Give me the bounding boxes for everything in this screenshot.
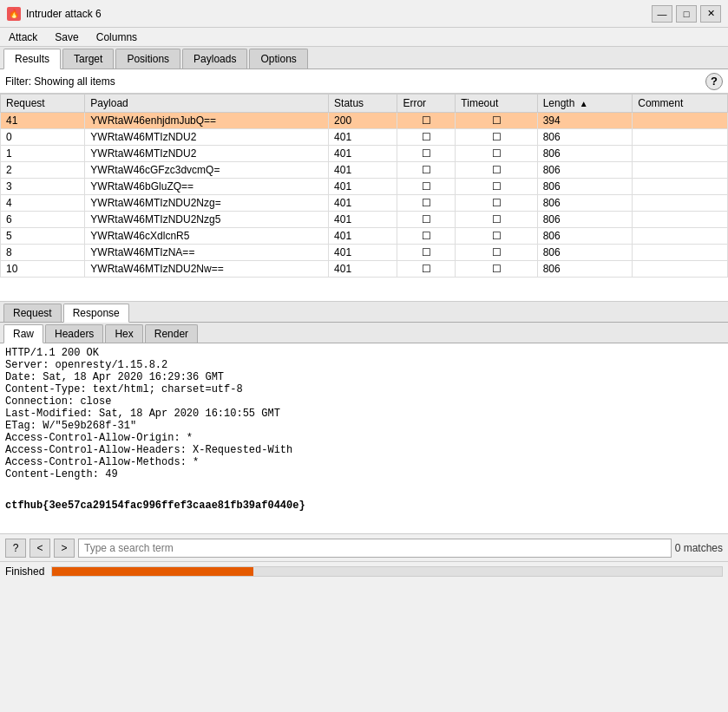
cell-status: 401 bbox=[329, 162, 397, 179]
main-tab-bar: Results Target Positions Payloads Option… bbox=[0, 47, 728, 69]
cell-error: ☐ bbox=[397, 212, 456, 228]
table-header-row: Request Payload Status Error Timeout Len… bbox=[1, 95, 728, 113]
cell-comment bbox=[633, 129, 728, 146]
cell-error: ☐ bbox=[397, 113, 456, 129]
table-row[interactable]: 41 YWRtaW46enhjdmJubQ== 200 ☐ ☐ 394 bbox=[1, 113, 728, 129]
cell-comment bbox=[633, 212, 728, 228]
minimize-button[interactable]: — bbox=[652, 5, 672, 23]
window-controls: — □ ✕ bbox=[652, 5, 721, 23]
tab-results[interactable]: Results bbox=[3, 49, 61, 69]
cell-comment bbox=[633, 228, 728, 245]
col-error[interactable]: Error bbox=[397, 95, 456, 113]
cell-payload: YWRtaW46cGFzc3dvcmQ= bbox=[85, 162, 329, 179]
cell-payload: YWRtaW46MTIzNDU2 bbox=[85, 129, 329, 146]
cell-payload: YWRtaW46MTIzNA== bbox=[85, 245, 329, 261]
cell-length: 394 bbox=[537, 113, 633, 129]
table-body: 41 YWRtaW46enhjdmJubQ== 200 ☐ ☐ 394 0 YW… bbox=[1, 113, 728, 278]
tab-positions[interactable]: Positions bbox=[115, 49, 180, 69]
table-row[interactable]: 0 YWRtaW46MTIzNDU2 401 ☐ ☐ 806 bbox=[1, 129, 728, 146]
sub-tab-response[interactable]: Response bbox=[63, 304, 129, 323]
cell-length: 806 bbox=[537, 146, 633, 162]
sub-tab-request[interactable]: Request bbox=[3, 304, 62, 322]
cell-length: 806 bbox=[537, 245, 633, 261]
cell-comment bbox=[633, 195, 728, 212]
col-timeout[interactable]: Timeout bbox=[456, 95, 537, 113]
cell-request: 5 bbox=[1, 228, 85, 245]
table-row[interactable]: 3 YWRtaW46bGluZQ== 401 ☐ ☐ 806 bbox=[1, 179, 728, 195]
table-row[interactable]: 2 YWRtaW46cGFzc3dvcmQ= 401 ☐ ☐ 806 bbox=[1, 162, 728, 179]
help-small-button[interactable]: ? bbox=[5, 539, 26, 558]
menu-columns[interactable]: Columns bbox=[91, 31, 142, 43]
col-status[interactable]: Status bbox=[329, 95, 397, 113]
cell-error: ☐ bbox=[397, 245, 456, 261]
maximize-button[interactable]: □ bbox=[676, 5, 697, 23]
col-comment[interactable]: Comment bbox=[633, 95, 728, 113]
response-content[interactable]: HTTP/1.1 200 OK Server: openresty/1.15.8… bbox=[0, 343, 728, 534]
window-title: Intruder attack 6 bbox=[26, 8, 102, 20]
results-table-container[interactable]: Request Payload Status Error Timeout Len… bbox=[0, 94, 728, 302]
cell-payload: YWRtaW46MTIzNDU2 bbox=[85, 146, 329, 162]
title-bar-left: 🔥 Intruder attack 6 bbox=[7, 7, 102, 21]
cell-error: ☐ bbox=[397, 179, 456, 195]
cell-payload: YWRtaW46bGluZQ== bbox=[85, 179, 329, 195]
cell-error: ☐ bbox=[397, 261, 456, 278]
col-request[interactable]: Request bbox=[1, 95, 85, 113]
cell-request: 3 bbox=[1, 179, 85, 195]
inner-tab-hex[interactable]: Hex bbox=[105, 324, 142, 343]
filter-text: Filter: Showing all items bbox=[5, 75, 115, 88]
table-row[interactable]: 4 YWRtaW46MTIzNDU2Nzg= 401 ☐ ☐ 806 bbox=[1, 195, 728, 212]
menu-save[interactable]: Save bbox=[49, 31, 83, 43]
help-icon: ? bbox=[711, 75, 718, 88]
cell-timeout: ☐ bbox=[456, 162, 537, 179]
cell-length: 806 bbox=[537, 212, 633, 228]
cell-payload: YWRtaW46MTIzNDU2Nzg5 bbox=[85, 212, 329, 228]
cell-payload: YWRtaW46enhjdmJubQ== bbox=[85, 113, 329, 129]
search-prev-button[interactable]: < bbox=[30, 539, 50, 558]
col-payload[interactable]: Payload bbox=[85, 95, 329, 113]
inner-tab-render[interactable]: Render bbox=[145, 324, 198, 343]
cell-request: 41 bbox=[1, 113, 85, 129]
cell-status: 401 bbox=[329, 146, 397, 162]
inner-tab-raw[interactable]: Raw bbox=[3, 324, 43, 343]
tab-options[interactable]: Options bbox=[249, 49, 307, 69]
search-next-button[interactable]: > bbox=[54, 539, 75, 558]
cell-error: ☐ bbox=[397, 228, 456, 245]
tab-payloads[interactable]: Payloads bbox=[182, 49, 247, 69]
search-bar: ? < > 0 matches bbox=[0, 534, 728, 562]
cell-payload: YWRtaW46MTIzNDU2Nzg= bbox=[85, 195, 329, 212]
cell-request: 8 bbox=[1, 245, 85, 261]
table-row[interactable]: 8 YWRtaW46MTIzNA== 401 ☐ ☐ 806 bbox=[1, 245, 728, 261]
cell-error: ☐ bbox=[397, 162, 456, 179]
cell-status: 200 bbox=[329, 113, 397, 129]
cell-status: 401 bbox=[329, 245, 397, 261]
cell-error: ☐ bbox=[397, 195, 456, 212]
cell-timeout: ☐ bbox=[456, 212, 537, 228]
results-table: Request Payload Status Error Timeout Len… bbox=[0, 94, 728, 278]
table-row[interactable]: 5 YWRtaW46cXdlcnR5 401 ☐ ☐ 806 bbox=[1, 228, 728, 245]
cell-error: ☐ bbox=[397, 129, 456, 146]
inner-tab-headers[interactable]: Headers bbox=[45, 324, 103, 343]
cell-length: 806 bbox=[537, 129, 633, 146]
cell-request: 10 bbox=[1, 261, 85, 278]
cell-timeout: ☐ bbox=[456, 129, 537, 146]
cell-timeout: ☐ bbox=[456, 261, 537, 278]
menu-attack[interactable]: Attack bbox=[3, 31, 43, 43]
cell-length: 806 bbox=[537, 261, 633, 278]
progress-bar-fill bbox=[52, 567, 253, 576]
status-bar: Finished bbox=[0, 562, 728, 581]
table-row[interactable]: 10 YWRtaW46MTIzNDU2Nw== 401 ☐ ☐ 806 bbox=[1, 261, 728, 278]
cell-timeout: ☐ bbox=[456, 195, 537, 212]
tab-target[interactable]: Target bbox=[62, 49, 114, 69]
help-button[interactable]: ? bbox=[705, 73, 723, 90]
table-row[interactable]: 6 YWRtaW46MTIzNDU2Nzg5 401 ☐ ☐ 806 bbox=[1, 212, 728, 228]
title-bar: 🔥 Intruder attack 6 — □ ✕ bbox=[0, 0, 728, 28]
table-row[interactable]: 1 YWRtaW46MTIzNDU2 401 ☐ ☐ 806 bbox=[1, 146, 728, 162]
cell-status: 401 bbox=[329, 179, 397, 195]
filter-bar: Filter: Showing all items ? bbox=[0, 69, 728, 94]
cell-payload: YWRtaW46cXdlcnR5 bbox=[85, 228, 329, 245]
col-length[interactable]: Length ▲ bbox=[537, 95, 633, 113]
cell-timeout: ☐ bbox=[456, 146, 537, 162]
inner-tab-bar: Raw Headers Hex Render bbox=[0, 323, 728, 343]
close-button[interactable]: ✕ bbox=[700, 5, 721, 23]
search-input[interactable] bbox=[78, 539, 672, 558]
